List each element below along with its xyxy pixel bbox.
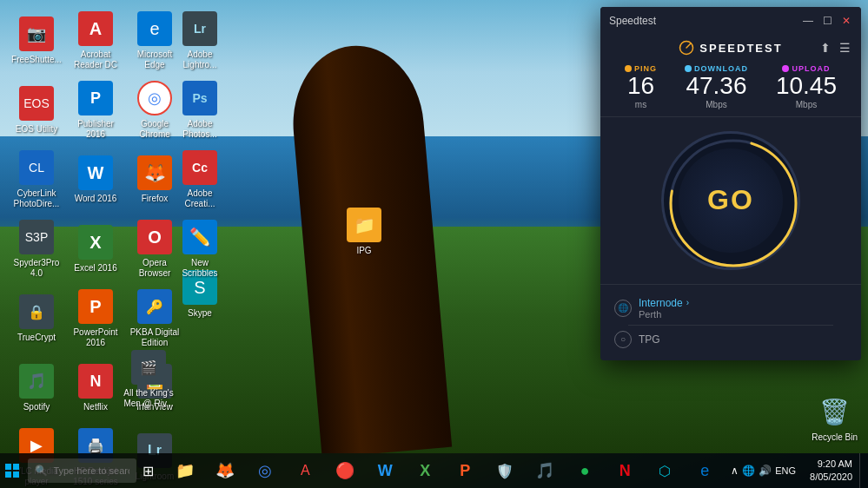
desktop-icon-acrobat[interactable]: A Acrobat Reader DC (66, 7, 125, 75)
stats-row: PING 16 ms DOWNLOAD 47.36 Mbps UPLOAD 10… (600, 61, 861, 117)
speedtest-logo: SPEEDTEST (679, 40, 782, 56)
start-button[interactable] (0, 453, 24, 488)
server-section: 🌐 Internode › Perth ○ TPG (600, 284, 861, 360)
tray-chevron[interactable]: ∧ (731, 465, 739, 477)
desktop-icon-truecrypt[interactable]: 🔒 TrueCrypt (7, 285, 66, 353)
speedtest-header: SPEEDTEST ⬆ ☰ (600, 35, 861, 61)
taskbar-pinned-apps: 📁 🦊 ◎ A 🔴 W X P 🛡️ 🎵 ● N ⬡ e (166, 453, 724, 488)
taskbar-chrome[interactable]: ◎ (246, 453, 284, 488)
desktop-icon-word[interactable]: W Word 2016 (66, 146, 125, 214)
taskbar-file-explorer[interactable]: 📁 (166, 453, 204, 488)
svg-rect-3 (5, 464, 11, 470)
download-stat: DOWNLOAD 47.36 Mbps (685, 64, 748, 109)
taskbar-acrobat[interactable]: A (286, 453, 324, 488)
network-icon[interactable]: 🌐 (742, 465, 755, 477)
window-controls: — ☐ ✕ (802, 15, 852, 27)
share-icon[interactable]: ⬆ (820, 41, 831, 55)
desktop-icon-spotify[interactable]: 🎵 Spotify (7, 354, 66, 422)
desktop-icon-lightroom-top[interactable]: Lr Adobe Lightro... (170, 7, 229, 75)
desktop-icon-excel[interactable]: X Excel 2016 (66, 215, 125, 283)
close-button[interactable]: ✕ (840, 15, 852, 27)
window-title: Speedtest (609, 15, 656, 27)
desktop-icon-spyder[interactable]: S3P Spyder3Pro 4.0 (7, 215, 66, 283)
windows-icon (5, 464, 19, 478)
taskbar-audio[interactable]: 🎵 (526, 453, 564, 488)
desktop-icon-adobecc[interactable]: Cc Adobe Creati... (170, 146, 229, 214)
upload-value: 10.45 (776, 73, 837, 100)
svg-rect-5 (5, 472, 11, 478)
desktop-icon-eos[interactable]: EOS EOS Utility (7, 76, 66, 144)
chevron-right-icon: › (686, 298, 689, 307)
speedtest-window: Speedtest — ☐ ✕ SPEEDTEST ⬆ ☰ (600, 7, 861, 360)
task-view-button[interactable]: ⊞ (136, 453, 159, 488)
desktop-icon-scribbles[interactable]: ✏️ New Scribbles (170, 215, 229, 283)
svg-rect-4 (13, 464, 19, 470)
window-titlebar: Speedtest — ☐ ✕ (600, 7, 861, 35)
ping-stat: PING 16 ms (625, 64, 657, 109)
download-unit: Mbps (706, 100, 726, 109)
go-section: GO (600, 117, 861, 284)
clock-date: 8/05/2020 (810, 471, 852, 484)
server-location: Perth (639, 309, 689, 320)
taskbar-edge[interactable]: e (686, 453, 724, 488)
volume-icon[interactable]: 🔊 (759, 465, 772, 477)
show-desktop-button[interactable] (859, 453, 865, 488)
taskbar-word[interactable]: W (366, 453, 404, 488)
server-name-tpg: TPG (639, 333, 660, 346)
desktop-icon-powerpoint[interactable]: P PowerPoint 2016 (66, 285, 125, 353)
upload-unit: Mbps (796, 100, 817, 109)
speedtest-logo-icon (679, 40, 694, 56)
desktop-icon-publisher[interactable]: P Publisher 2016 (66, 76, 125, 144)
menu-icon[interactable]: ☰ (839, 41, 851, 55)
desktop-icon-photoshop[interactable]: Ps Adobe Photos... (170, 76, 229, 144)
desktop-icon-ipg-folder[interactable]: 📁 IPG (335, 198, 394, 266)
ping-dot (625, 65, 632, 72)
desktop-icon-freeshutter[interactable]: 📷 FreeShutte... (7, 7, 66, 75)
taskbar: 🔍 ⊞ 📁 🦊 ◎ A 🔴 W X P 🛡️ 🎵 ● N ⬡ e ∧ (0, 453, 868, 488)
clock-time: 9:20 AM (818, 458, 852, 471)
system-tray: ∧ 🌐 🔊 ENG (724, 465, 803, 477)
search-icon: 🔍 (35, 465, 48, 477)
desktop-icon-netflix[interactable]: N Netflix (66, 354, 125, 422)
taskbar-antivirus[interactable]: 🛡️ (486, 453, 524, 488)
upload-stat: UPLOAD 10.45 Mbps (776, 64, 837, 109)
server-item-internode[interactable]: 🌐 Internode › Perth (614, 292, 847, 325)
go-button[interactable]: GO (679, 148, 783, 253)
header-actions: ⬆ ☰ (820, 41, 851, 55)
desktop-icon-kingsmen[interactable]: 🎬 All the King's Men @ Riv... (119, 346, 178, 413)
circle-icon: ○ (614, 331, 632, 348)
taskbar-firefox[interactable]: 🦊 (206, 453, 244, 488)
taskbar-netflix[interactable]: N (606, 453, 644, 488)
speedtest-logo-text: SPEEDTEST (699, 42, 782, 55)
search-input[interactable] (53, 465, 129, 476)
taskbar-unknown1[interactable]: 🔴 (326, 453, 364, 488)
server-item-tpg[interactable]: ○ TPG (614, 326, 847, 353)
taskbar-clock[interactable]: 9:20 AM 8/05/2020 (805, 458, 858, 485)
taskbar-right: ∧ 🌐 🔊 ENG 9:20 AM 8/05/2020 (724, 453, 868, 488)
download-dot (685, 65, 692, 72)
maximize-button[interactable]: ☐ (821, 15, 833, 27)
desktop-icon-recycle-bin[interactable]: 🗑️ Recycle Bin (812, 394, 858, 443)
svg-rect-6 (13, 472, 19, 478)
lang-label[interactable]: ENG (775, 465, 796, 476)
ping-unit: ms (635, 100, 646, 109)
go-circle: GO (661, 131, 800, 270)
download-value: 47.36 (686, 73, 746, 100)
task-view-icon: ⊞ (142, 463, 154, 479)
minimize-button[interactable]: — (802, 15, 814, 27)
taskbar-excel[interactable]: X (406, 453, 444, 488)
globe-icon: 🌐 (614, 300, 632, 317)
taskbar-search-bar[interactable]: 🔍 (28, 458, 136, 483)
taskbar-spotify[interactable]: ● (566, 453, 604, 488)
server-name-internode: Internode › (639, 297, 689, 309)
ping-value: 16 (627, 73, 654, 100)
desktop-icons-grid: 📷 FreeShutte... A Acrobat Reader DC e Mi… (7, 7, 184, 488)
taskbar-unknown2[interactable]: ⬡ (646, 453, 684, 488)
taskbar-powerpoint[interactable]: P (446, 453, 484, 488)
desktop: 📷 FreeShutte... A Acrobat Reader DC e Mi… (0, 0, 868, 488)
desktop-icon-cyberlink[interactable]: CL CyberLink PhotoDire... (7, 146, 66, 214)
upload-dot (782, 65, 789, 72)
